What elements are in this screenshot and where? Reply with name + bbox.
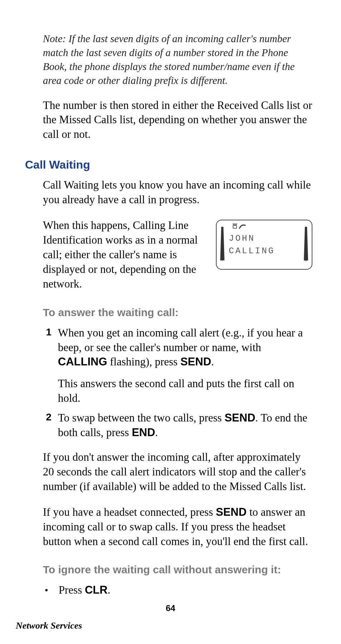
paragraph: When this happens, Calling Line Identifi… <box>43 218 205 291</box>
key-label: CALLING <box>58 355 107 368</box>
text-run: . <box>211 355 214 368</box>
signal-label: D <box>305 258 307 262</box>
signal-bar-right-icon: D <box>304 227 308 260</box>
sub-heading-ignore: To ignore the waiting call without answe… <box>43 564 316 576</box>
text-run: When you get an incoming call alert (e.g… <box>58 326 303 354</box>
phone-display-line2: CALLING <box>229 246 307 256</box>
signal-label: Y <box>221 258 223 262</box>
footer-section-name: Network Services <box>16 620 82 631</box>
list-text: When you get an incoming call alert (e.g… <box>58 326 312 406</box>
text-run: Press <box>59 584 85 596</box>
text-run: . <box>108 584 110 596</box>
key-label: END <box>132 426 155 439</box>
svg-rect-2 <box>233 225 237 228</box>
manual-page: Note: If the last seven digits of an inc… <box>0 0 341 644</box>
svg-marker-0 <box>220 227 224 260</box>
paragraph: Call Waiting lets you know you have an i… <box>43 178 312 207</box>
note-text: Note: If the last seven digits of an inc… <box>43 32 312 88</box>
text-run: To swap between the two calls, press <box>58 411 224 424</box>
bullet-icon: • <box>43 583 50 598</box>
phone-display-line1: JOHN <box>229 234 307 243</box>
text-run: . <box>155 426 158 439</box>
bullet-list: • Press CLR. <box>43 583 312 598</box>
section-heading-call-waiting: Call Waiting <box>25 158 316 171</box>
list-text: Press CLR. <box>59 583 110 598</box>
text-run: flashing), press <box>107 355 181 368</box>
key-label: SEND <box>181 355 211 368</box>
svg-marker-1 <box>304 227 308 260</box>
list-item: • Press CLR. <box>43 583 312 598</box>
list-item: 2 To swap between the two calls, press S… <box>43 411 312 440</box>
key-label: SEND <box>224 411 255 424</box>
key-label: CLR <box>85 584 108 596</box>
text-with-figure-row: When this happens, Calling Line Identifi… <box>43 218 312 291</box>
text-run: If you have a headset connected, press <box>43 506 216 518</box>
list-number: 1 <box>43 326 51 406</box>
page-number: 64 <box>0 603 341 613</box>
paragraph: If you don't answer the incoming call, a… <box>43 450 312 494</box>
paragraph: This answers the second call and puts th… <box>58 376 312 406</box>
signal-bar-left-icon: Y <box>220 227 224 260</box>
list-number: 2 <box>43 411 51 440</box>
paragraph: If you have a headset connected, press S… <box>43 505 312 549</box>
key-label: SEND <box>216 506 247 518</box>
phone-status-icons <box>232 223 307 231</box>
list-item: 1 When you get an incoming call alert (e… <box>43 326 312 406</box>
list-text: To swap between the two calls, press SEN… <box>58 411 312 440</box>
numbered-list: 1 When you get an incoming call alert (e… <box>43 326 312 440</box>
phone-screen-figure: Y D JOHN CALLING <box>216 220 312 270</box>
sub-heading-answer: To answer the waiting call: <box>43 306 316 319</box>
paragraph: The number is then stored in either the … <box>43 98 312 142</box>
